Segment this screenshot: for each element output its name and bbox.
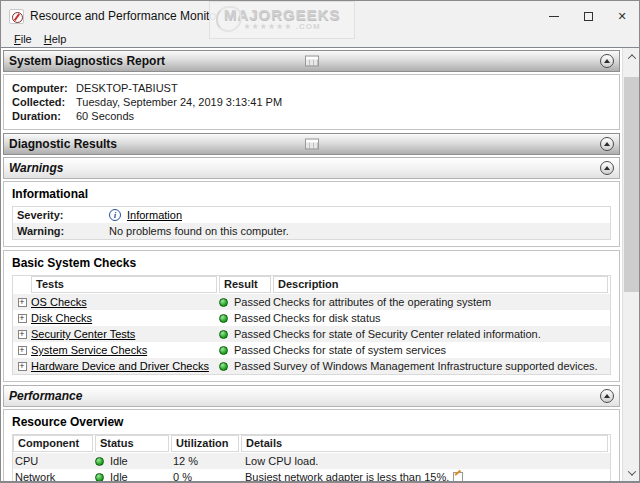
window-title: Resource and Performance Monitor bbox=[30, 9, 220, 23]
warning-row: Warning: No problems found on this compu… bbox=[13, 223, 610, 239]
result-column-header[interactable]: Result bbox=[219, 276, 271, 293]
computer-label: Computer: bbox=[12, 81, 76, 95]
collapse-button[interactable] bbox=[600, 161, 614, 175]
warning-value: No problems found on this computer. bbox=[109, 225, 289, 237]
component-value: CPU bbox=[13, 455, 95, 467]
perfmon-app-icon bbox=[9, 9, 24, 24]
collapse-button[interactable] bbox=[600, 137, 614, 151]
menu-file-rest: ile bbox=[21, 33, 32, 45]
expand-plus-icon[interactable]: + bbox=[18, 362, 27, 371]
details-value: Low CPU load. bbox=[245, 455, 610, 467]
security-center-tests-link[interactable]: Security Center Tests bbox=[31, 328, 135, 340]
result-value: Passed bbox=[234, 296, 271, 308]
note-edit-icon[interactable] bbox=[453, 472, 463, 481]
duration-value: 60 Seconds bbox=[76, 109, 134, 123]
scrollbar-thumb[interactable] bbox=[624, 77, 639, 292]
hardware-device-driver-checks-link[interactable]: Hardware Device and Driver Checks bbox=[31, 360, 209, 372]
section-header-performance: Performance bbox=[3, 385, 620, 407]
scroll-down-button[interactable] bbox=[623, 464, 640, 481]
close-icon: ✕ bbox=[617, 11, 626, 22]
description-value: Checks for state of system services bbox=[273, 344, 610, 356]
warning-label: Warning: bbox=[13, 225, 109, 237]
disk-checks-link[interactable]: Disk Checks bbox=[31, 312, 92, 324]
table-row: + Security Center Tests Passed Checks fo… bbox=[13, 326, 610, 342]
table-grid-icon[interactable] bbox=[305, 139, 319, 150]
expand-plus-icon[interactable]: + bbox=[18, 330, 27, 339]
informational-table: Severity: i Information Warning: No prob… bbox=[12, 206, 611, 240]
information-link[interactable]: Information bbox=[127, 209, 182, 221]
status-value: Idle bbox=[110, 455, 128, 467]
tests-column-header[interactable]: Tests bbox=[31, 276, 217, 293]
collapse-button[interactable] bbox=[600, 389, 614, 403]
expand-plus-icon[interactable]: + bbox=[18, 298, 27, 307]
info-line-collected: Collected: Tuesday, September 24, 2019 3… bbox=[12, 95, 611, 109]
idle-status-icon bbox=[95, 457, 104, 466]
resource-overview-table: Component Status Utilization Details CPU… bbox=[12, 434, 611, 481]
maximize-button[interactable] bbox=[571, 1, 605, 31]
component-column-header[interactable]: Component bbox=[13, 435, 93, 452]
basic-system-checks-table: Tests Result Description + OS Checks Pas… bbox=[12, 275, 611, 375]
scroll-up-button[interactable] bbox=[623, 48, 640, 65]
component-value: Network bbox=[13, 471, 95, 481]
table-grid-icon[interactable] bbox=[305, 56, 319, 67]
severity-row: Severity: i Information bbox=[13, 207, 610, 223]
info-icon: i bbox=[109, 209, 121, 221]
chevron-up-icon bbox=[604, 142, 610, 146]
description-column-header[interactable]: Description bbox=[273, 276, 608, 293]
informational-panel: Informational Severity: i Information Wa… bbox=[3, 181, 620, 247]
menu-help[interactable]: Help bbox=[38, 33, 73, 45]
utilization-value: 12 % bbox=[173, 455, 245, 467]
utilization-value: 0 % bbox=[173, 471, 245, 481]
description-value: Checks for state of Security Center rela… bbox=[273, 328, 610, 340]
resource-performance-monitor-window: Resource and Performance Monitor ✕ MAJOR… bbox=[0, 0, 640, 483]
minimize-icon bbox=[549, 16, 559, 17]
info-line-computer: Computer: DESKTOP-TABIUST bbox=[12, 81, 611, 95]
section-title: Diagnostic Results bbox=[9, 137, 117, 151]
menu-bar: File Help bbox=[1, 31, 639, 47]
minimize-button[interactable] bbox=[537, 1, 571, 31]
table-row: + OS Checks Passed Checks for attributes… bbox=[13, 294, 610, 310]
informational-title: Informational bbox=[12, 187, 611, 201]
chevron-up-icon bbox=[627, 54, 635, 62]
status-column-header[interactable]: Status bbox=[95, 435, 169, 452]
expand-plus-icon[interactable]: + bbox=[18, 346, 27, 355]
passed-status-icon bbox=[219, 362, 228, 371]
menu-file-accesskey: F bbox=[14, 33, 21, 45]
table-row: + Disk Checks Passed Checks for disk sta… bbox=[13, 310, 610, 326]
result-value: Passed bbox=[234, 312, 271, 324]
table-header-row: Component Status Utilization Details bbox=[13, 435, 610, 452]
os-checks-link[interactable]: OS Checks bbox=[31, 296, 87, 308]
status-value: Idle bbox=[110, 471, 128, 481]
system-service-checks-link[interactable]: System Service Checks bbox=[31, 344, 147, 356]
details-value: Busiest network adapter is less than 15%… bbox=[245, 471, 449, 481]
table-row: + System Service Checks Passed Checks fo… bbox=[13, 342, 610, 358]
info-line-duration: Duration: 60 Seconds bbox=[12, 109, 611, 123]
utilization-column-header[interactable]: Utilization bbox=[171, 435, 239, 452]
description-value: Survey of Windows Management Infrastruct… bbox=[273, 360, 610, 372]
section-header-system-diagnostics-report: System Diagnostics Report bbox=[3, 50, 620, 72]
computer-value: DESKTOP-TABIUST bbox=[76, 81, 178, 95]
menu-file[interactable]: File bbox=[8, 33, 38, 45]
description-value: Checks for disk status bbox=[273, 312, 610, 324]
table-row: Network Idle 0 % Busiest network adapter… bbox=[13, 469, 610, 481]
details-column-header[interactable]: Details bbox=[241, 435, 608, 452]
result-value: Passed bbox=[234, 360, 271, 372]
expand-plus-icon[interactable]: + bbox=[18, 314, 27, 323]
chevron-down-icon bbox=[627, 467, 635, 475]
vertical-scrollbar[interactable] bbox=[622, 48, 639, 481]
collected-value: Tuesday, September 24, 2019 3:13:41 PM bbox=[76, 95, 282, 109]
basic-system-checks-title: Basic System Checks bbox=[12, 256, 611, 270]
collected-label: Collected: bbox=[12, 95, 76, 109]
passed-status-icon bbox=[219, 346, 228, 355]
menu-help-accesskey: H bbox=[44, 33, 52, 45]
close-button[interactable]: ✕ bbox=[605, 1, 639, 31]
result-value: Passed bbox=[234, 328, 271, 340]
basic-system-checks-panel: Basic System Checks Tests Result Descrip… bbox=[3, 250, 620, 382]
chevron-up-icon bbox=[604, 59, 610, 63]
table-row: CPU Idle 12 % Low CPU load. bbox=[13, 453, 610, 469]
section-header-warnings: Warnings bbox=[3, 157, 620, 179]
report-main-area: System Diagnostics Report Computer: DESK… bbox=[1, 48, 622, 481]
collapse-button[interactable] bbox=[600, 54, 614, 68]
expander-header-spacer bbox=[13, 276, 31, 293]
resource-overview-panel: Resource Overview Component Status Utili… bbox=[3, 409, 620, 481]
